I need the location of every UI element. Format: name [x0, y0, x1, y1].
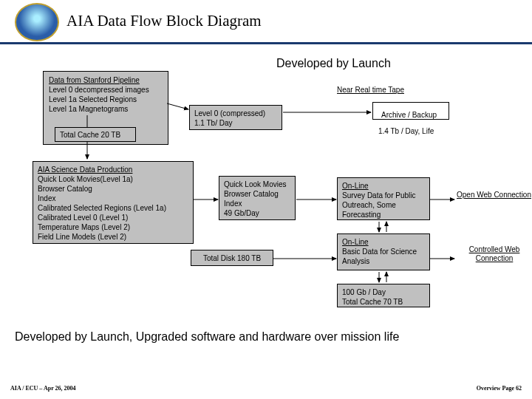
- stanford-line: Level 1a Selected Regions: [49, 95, 164, 104]
- logo-emblem: [15, 3, 59, 41]
- online-basic-title: On-Line: [342, 237, 425, 247]
- archive-frame: [372, 102, 449, 120]
- cache70-l2: Total Cache 70 TB: [342, 297, 425, 307]
- cache70-l1: 100 Gb / Day: [342, 287, 425, 297]
- science-line: Temperature Maps (Level 2): [38, 222, 188, 232]
- total-cache-box: Total Cache 20 TB: [55, 127, 136, 142]
- stanford-line: Level 1a Magnetograms: [49, 104, 164, 114]
- stanford-box: Data from Stanford Pipeline Level 0 deco…: [44, 72, 168, 115]
- level0-box: Level 0 (compressed) 1.1 Tb/ Day: [189, 105, 282, 130]
- science-line: Calibrated Level 0 (Level 1): [38, 213, 188, 222]
- science-line: Field Line Models (Level 2): [38, 232, 188, 242]
- stanford-title: Data from Stanford Pipeline: [49, 75, 164, 85]
- cache70-box: 100 Gb / Day Total Cache 70 TB: [337, 284, 430, 307]
- level0-line1: Level 0 (compressed): [194, 109, 277, 118]
- svg-line-0: [167, 103, 188, 109]
- diagram-canvas: Developed by Launch Data from Stanford P…: [0, 44, 532, 355]
- header: AIA Data Flow Block Diagram: [0, 0, 532, 44]
- science-line: Index: [38, 194, 188, 203]
- level0-line2: 1.1 Tb/ Day: [194, 118, 277, 128]
- qlm-line: Quick Look Movies: [224, 180, 290, 189]
- total-disk-label: Total Disk 180 TB: [203, 253, 261, 263]
- science-line: Calibrated Selected Regions (Level 1a): [38, 203, 188, 213]
- online-survey-body: Survey Data for Public Outreach, Some Fo…: [342, 191, 425, 219]
- qlm-box: Quick Look Movies Browser Catalog Index …: [219, 176, 296, 220]
- total-cache-label: Total Cache 20 TB: [60, 130, 120, 140]
- online-survey-title: On-Line: [342, 181, 425, 191]
- qlm-line: 49 Gb/Day: [224, 208, 290, 218]
- qlm-line: Browser Catalog: [224, 189, 290, 199]
- footer-right: Overview Page 62: [477, 385, 522, 392]
- stanford-line: Level 0 decompressed images: [49, 85, 164, 95]
- total-disk-box: Total Disk 180 TB: [191, 250, 273, 266]
- controlled-web-label: Controlled Web Connection: [461, 245, 528, 263]
- page-title: AIA Data Flow Block Diagram: [66, 12, 262, 30]
- online-survey-box: On-Line Survey Data for Public Outreach,…: [337, 177, 430, 220]
- footer-left: AIA / ECU – Apr 26, 2004: [10, 385, 76, 392]
- developed-by-launch-label: Developed by Launch: [276, 56, 391, 70]
- science-line: Quick Look Movies(Level 1a): [38, 174, 188, 184]
- bottom-label: Developed by Launch, Upgraded software a…: [15, 330, 399, 344]
- science-title: AIA Science Data Production: [38, 165, 188, 174]
- science-box: AIA Science Data Production Quick Look M…: [33, 161, 194, 244]
- qlm-line: Index: [224, 199, 290, 208]
- nrt-tape-label: Near Real time Tape: [337, 86, 404, 95]
- online-basic-body: Basic Data for Science Analysis: [342, 247, 425, 266]
- tape-rate-label: 1.4 Tb / Day, Life: [378, 127, 434, 136]
- online-basic-box: On-Line Basic Data for Science Analysis: [337, 233, 430, 270]
- open-web-label: Open Web Connection: [457, 191, 531, 200]
- science-line: Browser Catalog: [38, 184, 188, 194]
